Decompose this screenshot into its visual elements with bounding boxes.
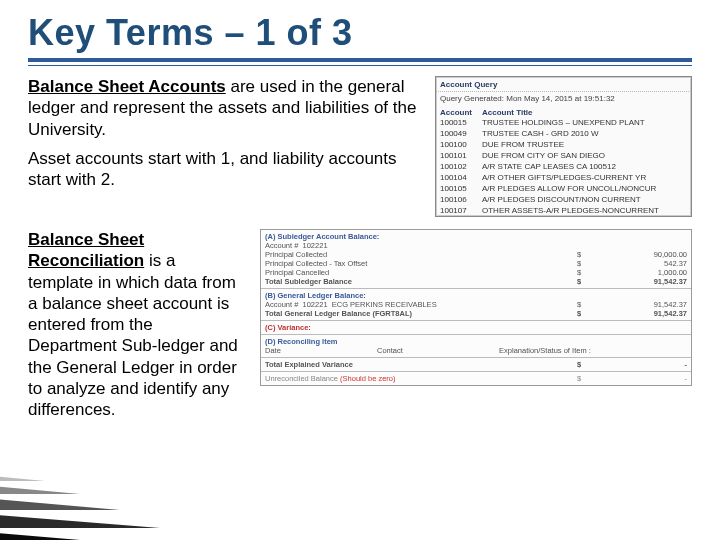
query-generated: Query Generated: Mon May 14, 2015 at 19:… [436,92,691,106]
recon-sec-b-title: (B) General Ledger Balance: [265,291,366,300]
recon-gl-label: ECG PERKINS RECEIVABLES [332,300,437,309]
recon-gl-val: 91,542.37 [654,300,687,309]
recon-acct-label: Account # [265,241,298,250]
recon-acct-no: 102221 [303,241,328,250]
table-row: 100107OTHER ASSETS-A/R PLEDGES-NONCURREN… [436,205,691,216]
table-row: 100100DUE FROM TRUSTEE [436,139,691,150]
paragraph-1: Balance Sheet Accounts are used in the g… [28,76,421,140]
title-rule [28,58,692,66]
query-col-title: Account Title [482,108,687,117]
recon-date-label: Date [265,346,281,355]
recon-sec-c-title: (C) Variance: [265,323,687,332]
query-heading: Account Query [436,77,691,92]
recon-explanation-label: Explanation/Status of Item : [499,346,591,355]
table-row: 100106A/R PLEDGES DISCOUNT/NON CURRENT [436,194,691,205]
recon-line: Principal Collected [265,250,327,259]
table-row: 100101DUE FROM CITY OF SAN DIEGO [436,150,691,161]
paragraph-2: Balance Sheet Reconciliation is a templa… [28,229,240,420]
para2-text: is a template in which data from a balan… [28,251,238,419]
slide-title: Key Terms – 1 of 3 [28,12,692,54]
recon-contact-label: Contact [377,346,403,355]
term-balance-sheet-accounts: Balance Sheet Accounts [28,77,226,96]
query-col-account: Account [440,108,482,117]
recon-subledger-total-label: Total Subledger Balance [265,277,352,286]
recon-line: Principal Cancelled [265,268,329,277]
recon-sec-a-title: (A) Subledger Account Balance: [265,232,379,241]
table-row: 100104A/R OTHER GIFTS/PLEDGES-CURRENT YR [436,172,691,183]
table-row: 100102A/R STATE CAP LEASES CA 100512 [436,161,691,172]
table-row: 100105A/R PLEDGES ALLOW FOR UNCOLL/NONCU… [436,183,691,194]
account-query-panel: Account Query Query Generated: Mon May 1… [435,76,692,217]
recon-gl-total: 91,542.37 [654,309,687,318]
paragraph-1b: Asset accounts start with 1, and liabili… [28,148,421,191]
table-row: 100015TRUSTEE HOLDINGS – UNEXPEND PLANT [436,117,691,128]
recon-unrec-label: Unreconciled Balance [265,374,338,383]
table-row: 100049TRUSTEE CASH - GRD 2010 W [436,128,691,139]
recon-line: Principal Collected - Tax Offset [265,259,367,268]
recon-var-total-label: Total Explained Variance [265,360,353,369]
recon-subledger-total: 91,542.37 [654,277,687,286]
recon-sec-d-title: (D) Reconciling Item [265,337,687,346]
reconciliation-panel: (A) Subledger Account Balance: Account #… [260,229,692,386]
term-balance-sheet-reconciliation: Balance Sheet Reconciliation [28,230,144,270]
recon-unrec-note: (Should be zero) [340,374,395,383]
recon-gl-total-label: Total General Ledger Balance (FGRT8AL) [265,309,412,318]
